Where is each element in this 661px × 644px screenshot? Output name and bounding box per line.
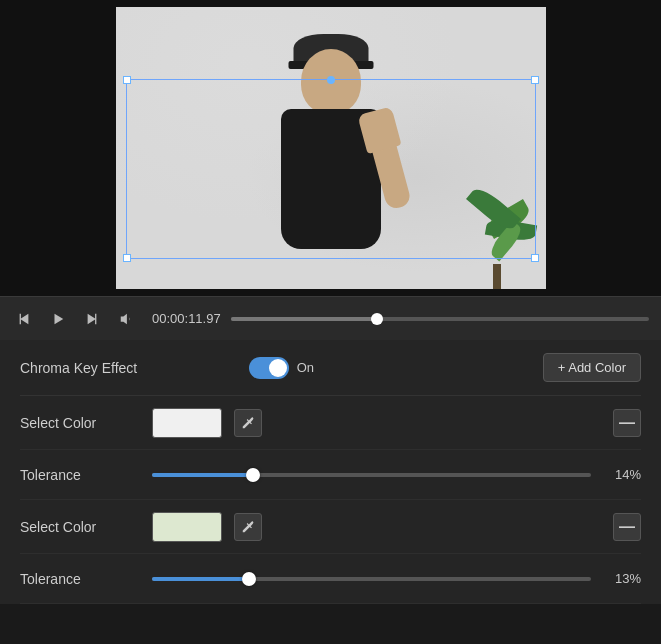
tolerance-row-2: Tolerance 13%	[20, 554, 641, 604]
controls-bar: 00:00:11.97	[0, 296, 661, 340]
minus-icon-2: —	[619, 518, 635, 536]
chroma-key-label: Chroma Key Effect	[20, 360, 249, 376]
tolerance-label-2: Tolerance	[20, 571, 140, 587]
tolerance-label-1: Tolerance	[20, 467, 140, 483]
select-color-row-1: Select Color —	[20, 396, 641, 450]
select-color-label-1: Select Color	[20, 415, 140, 431]
eyedropper-button-1[interactable]	[234, 409, 262, 437]
video-frame	[116, 7, 546, 289]
plant-stem	[493, 264, 501, 289]
minus-icon-1: —	[619, 414, 635, 432]
progress-fill	[231, 317, 377, 321]
remove-color-button-2[interactable]: —	[613, 513, 641, 541]
chroma-key-toggle[interactable]	[249, 357, 289, 379]
eyedropper-icon-2	[241, 520, 255, 534]
toggle-state-label: On	[297, 360, 314, 375]
tolerance-thumb-2[interactable]	[242, 572, 256, 586]
play-button[interactable]	[46, 307, 70, 331]
tolerance-slider-2[interactable]	[152, 577, 591, 581]
select-color-row-2: Select Color —	[20, 500, 641, 554]
progress-thumb[interactable]	[371, 313, 383, 325]
timestamp-display: 00:00:11.97	[152, 311, 221, 326]
person-head	[301, 49, 361, 114]
tolerance-value-1: 14%	[603, 467, 641, 482]
plant-decoration	[456, 189, 536, 289]
tolerance-fill-2	[152, 577, 249, 581]
play-icon	[51, 312, 65, 326]
volume-button[interactable]	[114, 307, 138, 331]
chroma-key-row: Chroma Key Effect On + Add Color	[20, 340, 641, 396]
select-color-label-2: Select Color	[20, 519, 140, 535]
tolerance-fill-1	[152, 473, 253, 477]
eyedropper-icon-1	[241, 416, 255, 430]
skip-back-icon	[17, 312, 31, 326]
settings-panel: Chroma Key Effect On + Add Color Select …	[0, 340, 661, 604]
tolerance-slider-1[interactable]	[152, 473, 591, 477]
toggle-thumb	[269, 359, 287, 377]
skip-back-button[interactable]	[12, 307, 36, 331]
remove-color-button-1[interactable]: —	[613, 409, 641, 437]
volume-icon	[119, 312, 133, 326]
skip-forward-button[interactable]	[80, 307, 104, 331]
progress-bar[interactable]	[231, 317, 649, 321]
add-color-button[interactable]: + Add Color	[543, 353, 641, 382]
toggle-container: On	[249, 357, 314, 379]
tolerance-row-1: Tolerance 14%	[20, 450, 641, 500]
color-swatch-1[interactable]	[152, 408, 222, 438]
eyedropper-button-2[interactable]	[234, 513, 262, 541]
skip-forward-icon	[85, 312, 99, 326]
plant-leaves	[456, 189, 536, 269]
video-scene	[116, 7, 546, 289]
tolerance-value-2: 13%	[603, 571, 641, 586]
person-figure	[231, 49, 431, 289]
tolerance-thumb-1[interactable]	[246, 468, 260, 482]
video-container	[0, 0, 661, 296]
color-swatch-2[interactable]	[152, 512, 222, 542]
